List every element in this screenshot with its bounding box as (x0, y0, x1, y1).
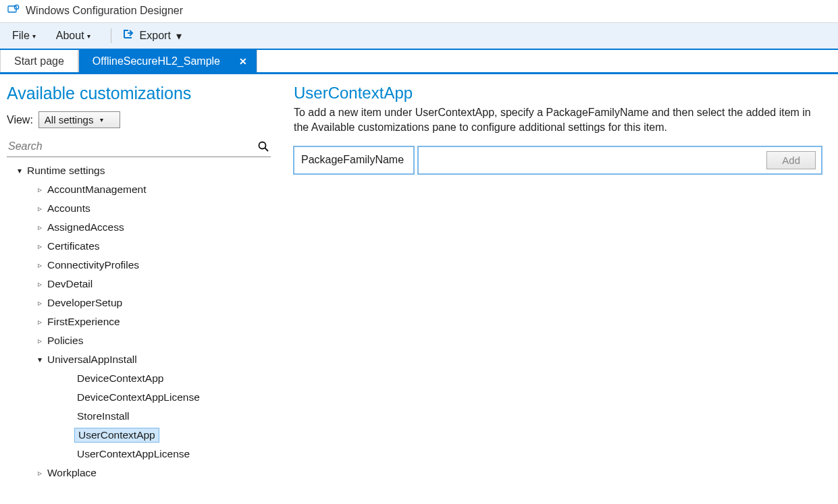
tree-node-devicecontextapp[interactable]: DeviceContextApp (7, 369, 271, 388)
app-title: Windows Configuration Designer (26, 5, 183, 17)
export-icon (122, 28, 134, 43)
tree-node-firstexperience[interactable]: FirstExperience (7, 312, 271, 331)
field-input-wrap: Add (418, 146, 822, 174)
setting-heading: UserContextApp (294, 84, 822, 103)
tree-node-storeinstall[interactable]: StoreInstall (7, 407, 271, 426)
content: Available customizations View: All setti… (0, 74, 838, 492)
expand-icon (35, 336, 45, 345)
chevron-down-icon: ▾ (87, 32, 90, 40)
app-icon (7, 4, 26, 17)
field-label: PackageFamilyName (294, 146, 414, 174)
tree-node-workplace[interactable]: Workplace (7, 464, 271, 482)
export-button[interactable]: Export▾ (122, 28, 182, 43)
sidebar-heading: Available customizations (7, 84, 271, 103)
menu-separator (111, 28, 111, 43)
collapse-icon (35, 355, 45, 364)
main-panel: UserContextApp To add a new item under U… (278, 74, 838, 492)
search-input[interactable] (8, 140, 257, 152)
chevron-down-icon: ▾ (176, 30, 182, 43)
expand-icon (35, 185, 45, 194)
view-select[interactable]: All settings▾ (38, 111, 121, 128)
tree-node-connectivityprofiles[interactable]: ConnectivityProfiles (7, 256, 271, 275)
tabbar: Start page OfflineSecureHL2_Sample ✕ (0, 50, 838, 74)
search-icon[interactable] (257, 140, 269, 152)
add-item-form: PackageFamilyName Add (294, 146, 822, 174)
expand-icon (35, 298, 45, 308)
tree-node-policies[interactable]: Policies (7, 331, 271, 350)
expand-icon (35, 223, 45, 232)
chevron-down-icon: ▾ (100, 116, 103, 123)
tab-start-page[interactable]: Start page (0, 50, 78, 72)
tab-label: OfflineSecureHL2_Sample (93, 55, 220, 67)
tree-node-universalappinstall[interactable]: UniversalAppInstall (7, 350, 271, 369)
tree-node-accountmanagement[interactable]: AccountManagement (7, 180, 271, 199)
tree-node-devicecontextapplicense[interactable]: DeviceContextAppLicense (7, 388, 271, 407)
tree-node-devdetail[interactable]: DevDetail (7, 275, 271, 293)
tree-node-usercontextapp[interactable]: UserContextApp (7, 426, 271, 445)
expand-icon (35, 260, 45, 270)
expand-icon (35, 317, 45, 327)
tree-node-runtime-settings[interactable]: Runtime settings (7, 161, 271, 180)
expand-icon (35, 468, 45, 478)
tree-node-certificates[interactable]: Certificates (7, 237, 271, 256)
menu-file[interactable]: File▾ (12, 30, 36, 42)
packagefamilyname-input[interactable] (424, 155, 758, 166)
tab-project[interactable]: OfflineSecureHL2_Sample ✕ (78, 50, 257, 72)
svg-line-3 (265, 148, 269, 152)
collapse-icon (15, 166, 24, 175)
menu-about[interactable]: About▾ (56, 30, 90, 42)
tree-node-accounts[interactable]: Accounts (7, 199, 271, 218)
settings-tree: Runtime settings AccountManagement Accou… (7, 161, 271, 482)
chevron-down-icon: ▾ (32, 32, 36, 40)
sidebar: Available customizations View: All setti… (0, 74, 278, 492)
close-icon[interactable]: ✕ (236, 56, 250, 67)
view-row: View: All settings▾ (7, 111, 271, 128)
tree-node-assignedaccess[interactable]: AssignedAccess (7, 218, 271, 237)
svg-point-2 (259, 142, 266, 149)
add-button[interactable]: Add (766, 151, 816, 169)
tree-node-developersetup[interactable]: DeveloperSetup (7, 293, 271, 312)
view-label: View: (7, 114, 33, 126)
expand-icon (35, 242, 45, 251)
menubar: File▾ About▾ Export▾ (0, 23, 838, 50)
tree-node-usercontextapplicense[interactable]: UserContextAppLicense (7, 445, 271, 464)
setting-description: To add a new item under UserContextApp, … (294, 105, 822, 136)
search-row (7, 136, 271, 157)
expand-icon (35, 279, 45, 289)
titlebar: Windows Configuration Designer (0, 0, 838, 23)
expand-icon (35, 204, 45, 213)
